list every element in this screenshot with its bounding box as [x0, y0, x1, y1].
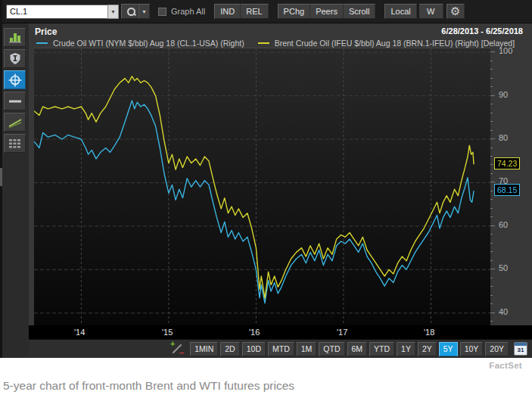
graph-all-checkbox[interactable]	[158, 8, 166, 16]
time-axis-label: '14	[74, 328, 85, 337]
axis-tick	[490, 104, 493, 104]
axis-tick	[490, 269, 495, 269]
axis-tick	[490, 121, 493, 122]
axis-tick	[490, 286, 493, 287]
trend-line-tool[interactable]	[4, 113, 26, 132]
shield-tool[interactable]	[4, 49, 26, 68]
horizontal-line-icon	[8, 99, 22, 104]
chart-panel: Price 6/28/2013 - 6/25/2018 Crude Oil WT…	[29, 23, 532, 358]
plus-icon: +	[170, 340, 175, 348]
calendar-icon: 31	[518, 346, 524, 355]
axis-tick	[490, 69, 493, 70]
ticker-combo: ▼	[6, 5, 119, 19]
period-button[interactable]: 1MIN	[190, 342, 218, 356]
toolbar-button[interactable]: Peers	[310, 4, 344, 19]
axis-tick	[490, 260, 493, 261]
crosshair-tool[interactable]	[4, 70, 26, 89]
gear-icon: ⚙	[450, 5, 460, 18]
chart-window: ▼ ▼ Graph All INDREL PChgPeersScroll Loc…	[0, 0, 532, 358]
period-button[interactable]: 2Y	[418, 342, 437, 356]
period-button[interactable]: 6M	[347, 342, 368, 356]
graph-all-control: Graph All	[158, 7, 205, 16]
period-button[interactable]: YTD	[369, 342, 394, 356]
ticker-dropdown-icon[interactable]: ▼	[107, 5, 119, 19]
axis-tick	[490, 251, 493, 252]
toolbar-button[interactable]: Local	[384, 4, 416, 19]
ticker-input[interactable]	[6, 5, 107, 19]
horizontal-line-tool[interactable]	[4, 92, 26, 110]
period-button[interactable]: MTD	[268, 342, 294, 356]
period-button[interactable]: 1M	[297, 342, 317, 356]
price-axis: 40506070809010074.2368.15	[490, 48, 532, 325]
price-axis-label: 80	[499, 133, 508, 142]
time-axis-label: '16	[249, 328, 260, 337]
toolbar-button[interactable]: IND	[214, 4, 241, 19]
legend: Crude Oil WTI (NYM $/bbl) Aug 18 (CL.1-U…	[36, 39, 515, 48]
bar-chart-icon	[8, 32, 22, 43]
top-toolbar: ▼ ▼ Graph All INDREL PChgPeersScroll Loc…	[0, 0, 532, 23]
legend-swatch	[258, 42, 269, 44]
period-button[interactable]: 10D	[242, 342, 266, 356]
axis-tick	[490, 243, 493, 244]
period-button[interactable]: 2D	[220, 342, 239, 356]
price-plot[interactable]	[34, 48, 490, 325]
date-range: 6/28/2013 - 6/25/2018	[441, 26, 523, 37]
data-table-tool[interactable]	[4, 134, 26, 153]
axis-tick	[490, 113, 493, 113]
axis-tick	[490, 95, 495, 96]
time-axis-label: '17	[337, 328, 347, 337]
line-chart	[34, 48, 490, 326]
axis-tick	[490, 191, 493, 191]
search-options-dropdown[interactable]: ▼	[138, 4, 150, 19]
axis-tick	[490, 199, 493, 200]
axis-tick	[490, 303, 493, 304]
time-axis-label: '15	[162, 328, 173, 337]
time-axis-label: '18	[424, 328, 434, 337]
last-price-flag: 74.23	[494, 157, 520, 169]
period-button[interactable]: QTD	[319, 342, 344, 356]
chart-header: Price 6/28/2013 - 6/25/2018	[35, 26, 523, 37]
axis-tick	[490, 278, 493, 278]
legend-item: Crude Oil WTI (NYM $/bbl) Aug 18 (CL.1-U…	[36, 39, 244, 48]
chart-type-tool[interactable]	[4, 28, 26, 47]
toolbar-button[interactable]: W	[419, 4, 443, 19]
last-price-flag: 68.15	[494, 184, 520, 196]
search-icon	[127, 8, 132, 16]
factset-watermark: FactSet	[489, 361, 522, 370]
ind-rel-group: INDREL	[214, 4, 268, 19]
axis-tick	[490, 164, 493, 165]
axis-tick	[490, 225, 495, 226]
graph-all-label: Graph All	[171, 7, 205, 16]
toolbar-button[interactable]: Scroll	[344, 4, 376, 19]
axis-tick	[490, 86, 493, 87]
toolbar-button[interactable]: PChg	[278, 4, 311, 19]
period-button[interactable]: 20Y	[485, 342, 509, 356]
local-w-group: LocalW	[384, 4, 443, 19]
axis-tick	[490, 61, 493, 61]
axis-tick	[490, 208, 493, 209]
search-button[interactable]	[121, 4, 138, 19]
period-toolbar: + – 1MIN2D10DMTD1MQTD6MYTD1Y2Y5Y10Y20Y 3…	[29, 339, 532, 358]
caption: 5-year chart of front-month Brent and WT…	[3, 379, 294, 393]
axis-tick	[490, 51, 495, 52]
chart-title: Price	[35, 26, 57, 37]
axis-tick	[490, 312, 495, 313]
toolbar-button[interactable]: REL	[241, 4, 268, 19]
price-axis-label: 50	[499, 263, 508, 272]
calendar-button[interactable]: 31	[514, 342, 527, 356]
period-button[interactable]: 5Y	[439, 342, 458, 356]
trend-line-icon	[8, 117, 22, 128]
legend-swatch	[36, 42, 48, 44]
chart-tools-sidebar	[2, 23, 29, 358]
settings-button[interactable]: ⚙	[446, 4, 465, 19]
period-button[interactable]: 1Y	[397, 342, 415, 356]
legend-item: Brent Crude Oil (IFEU $/bbl) Aug 18 (BRN…	[258, 39, 515, 48]
scale-toggle-button[interactable]: + –	[170, 342, 185, 356]
period-button[interactable]: 10Y	[460, 342, 484, 356]
shield-icon	[9, 52, 21, 65]
axis-tick	[490, 130, 493, 131]
data-table-icon	[8, 138, 21, 149]
axis-tick	[490, 295, 493, 296]
price-axis-label: 40	[499, 307, 508, 316]
price-axis-label: 90	[499, 90, 508, 99]
